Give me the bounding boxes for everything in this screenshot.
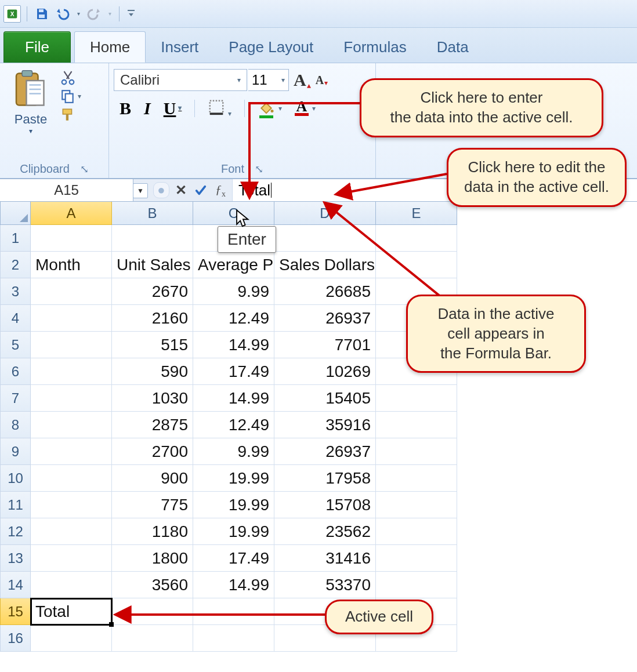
cell-B7[interactable]: 1030	[112, 385, 193, 412]
range-selector-button[interactable]: ●	[153, 182, 169, 198]
cell-E9[interactable]	[376, 438, 457, 465]
cell-A9[interactable]	[31, 438, 112, 465]
format-painter-button[interactable]	[60, 107, 81, 122]
app-menu-button[interactable]: X	[3, 5, 21, 23]
cell-A14[interactable]	[31, 572, 112, 598]
shrink-font-button[interactable]: A▾	[316, 74, 328, 87]
cell-D3[interactable]: 26685	[274, 278, 376, 305]
cell-B3[interactable]: 2670	[112, 278, 193, 305]
cell-E7[interactable]	[376, 385, 457, 412]
cell-E10[interactable]	[376, 465, 457, 492]
column-header-E[interactable]: E	[376, 202, 457, 225]
cell-B14[interactable]: 3560	[112, 572, 193, 598]
cell-B4[interactable]: 2160	[112, 305, 193, 332]
cell-C12[interactable]: 19.99	[193, 518, 274, 545]
cell-D12[interactable]: 23562	[274, 518, 376, 545]
cell-C6[interactable]: 17.49	[193, 358, 274, 385]
cell-C10[interactable]: 19.99	[193, 465, 274, 492]
cell-B5[interactable]: 515	[112, 332, 193, 358]
cell-C9[interactable]: 9.99	[193, 438, 274, 465]
row-header-3[interactable]: 3	[0, 278, 31, 305]
cell-B16[interactable]	[112, 625, 193, 652]
cell-D6[interactable]: 10269	[274, 358, 376, 385]
cell-B6[interactable]: 590	[112, 358, 193, 385]
cell-A13[interactable]	[31, 545, 112, 572]
bold-button[interactable]: B	[120, 99, 131, 118]
font-name-select[interactable]: Calibri ▾	[114, 69, 247, 91]
cell-D7[interactable]: 15405	[274, 385, 376, 412]
row-header-7[interactable]: 7	[0, 385, 31, 412]
italic-button[interactable]: I	[144, 99, 151, 118]
row-header-1[interactable]: 1	[0, 225, 31, 252]
cell-B11[interactable]: 775	[112, 492, 193, 518]
cell-C7[interactable]: 14.99	[193, 385, 274, 412]
cell-E2[interactable]	[376, 252, 457, 278]
copy-button[interactable]: ▾	[60, 89, 81, 104]
redo-dropdown[interactable]: ▾	[106, 10, 113, 17]
cell-B9[interactable]: 2700	[112, 438, 193, 465]
cell-A3[interactable]	[31, 278, 112, 305]
cut-button[interactable]	[60, 70, 81, 85]
cell-B2[interactable]: Unit Sales	[112, 252, 193, 278]
cell-A1[interactable]	[31, 225, 112, 252]
cell-D13[interactable]: 31416	[274, 545, 376, 572]
cell-C3[interactable]: 9.99	[193, 278, 274, 305]
cell-A8[interactable]	[31, 412, 112, 438]
paste-button[interactable]: Paste ▾	[5, 69, 57, 135]
borders-button[interactable]: ▾	[208, 99, 231, 118]
undo-button[interactable]	[54, 5, 71, 23]
cell-D1[interactable]	[274, 225, 376, 252]
row-header-16[interactable]: 16	[0, 625, 31, 652]
tab-page-layout[interactable]: Page Layout	[213, 31, 328, 63]
column-header-A[interactable]: A	[31, 202, 112, 225]
tab-formulas[interactable]: Formulas	[328, 31, 421, 63]
tab-home[interactable]: Home	[74, 31, 146, 63]
cell-C2[interactable]: Average P	[193, 252, 274, 278]
fill-color-button[interactable]	[258, 98, 275, 118]
row-header-11[interactable]: 11	[0, 492, 31, 518]
cell-A10[interactable]	[31, 465, 112, 492]
cell-E1[interactable]	[376, 225, 457, 252]
cell-C16[interactable]	[193, 625, 274, 652]
insert-function-button[interactable]: ƒx	[212, 182, 229, 198]
name-box[interactable]: A15 ▼	[0, 179, 133, 201]
cancel-button[interactable]: ✕	[173, 182, 189, 198]
cell-B13[interactable]: 1800	[112, 545, 193, 572]
row-header-2[interactable]: 2	[0, 252, 31, 278]
cell-E13[interactable]	[376, 545, 457, 572]
row-header-4[interactable]: 4	[0, 305, 31, 332]
cell-A5[interactable]	[31, 332, 112, 358]
cell-C14[interactable]: 14.99	[193, 572, 274, 598]
row-header-12[interactable]: 12	[0, 518, 31, 545]
cell-D11[interactable]: 15708	[274, 492, 376, 518]
row-header-8[interactable]: 8	[0, 412, 31, 438]
cell-A4[interactable]	[31, 305, 112, 332]
cell-D10[interactable]: 17958	[274, 465, 376, 492]
cell-B8[interactable]: 2875	[112, 412, 193, 438]
tab-data[interactable]: Data	[422, 31, 484, 63]
cell-D4[interactable]: 26937	[274, 305, 376, 332]
cell-C8[interactable]: 12.49	[193, 412, 274, 438]
row-header-15[interactable]: 15	[0, 598, 31, 625]
cell-E12[interactable]	[376, 518, 457, 545]
cell-D8[interactable]: 35916	[274, 412, 376, 438]
clipboard-launcher[interactable]: ⤡	[80, 163, 89, 176]
cell-D14[interactable]: 53370	[274, 572, 376, 598]
enter-button[interactable]	[193, 182, 209, 198]
tab-file[interactable]: File	[3, 31, 71, 63]
cell-A12[interactable]	[31, 518, 112, 545]
undo-dropdown[interactable]: ▾	[75, 10, 82, 17]
name-box-dropdown[interactable]: ▼	[133, 183, 148, 198]
grid-body[interactable]: 12MonthUnit SalesAverage PSales Dollars3…	[0, 225, 637, 652]
row-header-10[interactable]: 10	[0, 465, 31, 492]
underline-button[interactable]: U ▾	[164, 99, 182, 118]
cell-B15[interactable]	[112, 598, 193, 625]
column-header-C[interactable]: C	[193, 202, 274, 225]
cell-A2[interactable]: Month	[31, 252, 112, 278]
row-header-13[interactable]: 13	[0, 545, 31, 572]
redo-button[interactable]	[85, 5, 103, 23]
cell-A15[interactable]: Total	[31, 598, 112, 625]
row-header-9[interactable]: 9	[0, 438, 31, 465]
select-all-button[interactable]	[0, 202, 31, 225]
column-header-D[interactable]: D	[274, 202, 376, 225]
